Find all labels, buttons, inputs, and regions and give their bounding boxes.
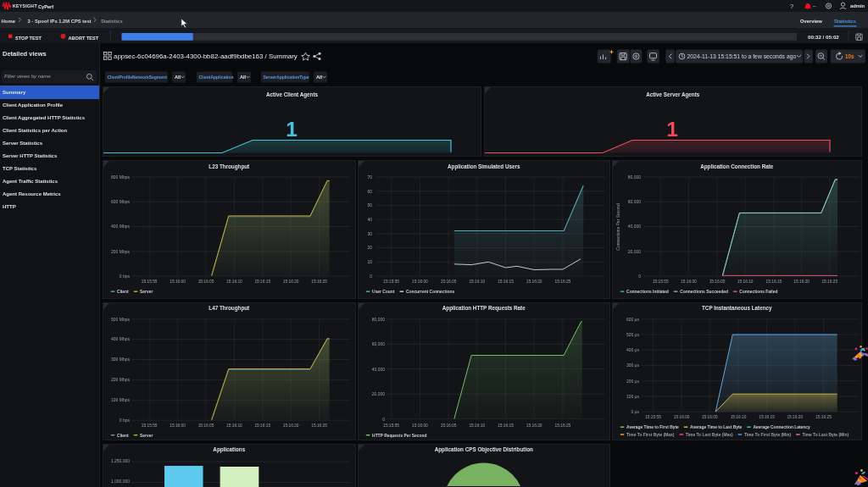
svg-text:15:16:05: 15:16:05 [198, 423, 214, 427]
svg-text:15:16:25: 15:16:25 [555, 279, 571, 284]
svg-text:1,000,000: 1,000,000 [111, 479, 130, 484]
svg-text:15:16:10: 15:16:10 [731, 415, 747, 419]
svg-text:ServerApplicationType: ServerApplicationType [264, 75, 309, 80]
svg-text:0: 0 [638, 274, 641, 279]
svg-text:15:16:10: 15:16:10 [226, 423, 242, 427]
svg-text:15:15:55: 15:15:55 [142, 423, 158, 427]
svg-text:KEYSIGHT: KEYSIGHT [13, 3, 37, 8]
svg-text:User Count: User Count [372, 290, 395, 294]
svg-text:Client: Client [117, 433, 129, 437]
svg-text:60,000: 60,000 [628, 199, 642, 204]
svg-text:All: All [316, 75, 323, 80]
svg-text:00:32 / 05:02: 00:32 / 05:02 [808, 34, 839, 40]
svg-text:15:16:10: 15:16:10 [469, 279, 485, 284]
svg-text:600 µs: 600 µs [626, 316, 640, 321]
svg-text:80,000: 80,000 [628, 174, 642, 180]
svg-text:Connections Initiated: Connections Initiated [626, 290, 669, 294]
svg-text:60,000: 60,000 [372, 341, 386, 346]
svg-text:15:16:05: 15:16:05 [702, 415, 718, 419]
svg-text:3 - Spoof IPs 1.2M CPS test: 3 - Spoof IPs 1.2M CPS test [28, 19, 92, 24]
svg-text:15:16:20: 15:16:20 [283, 279, 299, 284]
svg-text:All: All [240, 75, 247, 80]
svg-text:500 µs: 500 µs [626, 331, 640, 336]
svg-text:60: 60 [367, 189, 372, 194]
svg-text:300 µs: 300 µs [626, 362, 640, 368]
svg-text:20: 20 [367, 245, 372, 250]
svg-text:15:16:25: 15:16:25 [815, 415, 832, 419]
svg-text:20,000: 20,000 [372, 391, 386, 396]
svg-text:30: 30 [367, 231, 372, 236]
svg-text:Statistics: Statistics [101, 19, 123, 24]
svg-text:15:16:15: 15:16:15 [498, 423, 514, 427]
svg-text:–: – [813, 3, 816, 8]
svg-text:STOP TEST: STOP TEST [15, 36, 42, 41]
svg-text:Time To Last Byte (Min): Time To Last Byte (Min) [802, 432, 849, 436]
svg-text:admin: admin [850, 3, 865, 8]
svg-text:15:15:55: 15:15:55 [383, 279, 399, 284]
svg-text:Average Connection Latency: Average Connection Latency [754, 425, 810, 429]
svg-text:ABORT TEST: ABORT TEST [69, 36, 99, 41]
svg-text:ClientProfileNetworkSegment: ClientProfileNetworkSegment [108, 75, 168, 80]
svg-text:15:16:00: 15:16:00 [674, 415, 690, 419]
svg-text:400 Mbps: 400 Mbps [111, 224, 130, 229]
svg-text:80,000: 80,000 [372, 316, 386, 321]
svg-text:200 Mbps: 200 Mbps [111, 377, 130, 382]
svg-text:15:16:20: 15:16:20 [526, 423, 542, 427]
svg-text:Average Time to Last Byte: Average Time to Last Byte [690, 425, 742, 429]
svg-text:0: 0 [382, 416, 385, 421]
svg-text:15:15:55: 15:15:55 [645, 415, 661, 419]
svg-text:15:16:15: 15:16:15 [254, 279, 270, 284]
svg-text:Average Time to First Byte: Average Time to First Byte [626, 425, 679, 429]
svg-text:400 Mbps: 400 Mbps [111, 336, 130, 341]
svg-text:70: 70 [367, 174, 372, 180]
svg-text:15:16:20: 15:16:20 [283, 423, 299, 427]
svg-text:Home: Home [2, 19, 16, 24]
svg-text:10: 10 [367, 259, 372, 264]
svg-text:15:15:55: 15:15:55 [142, 279, 158, 284]
svg-text:15:16:10: 15:16:10 [469, 423, 485, 427]
svg-text:50: 50 [367, 202, 372, 208]
svg-text:0 bps: 0 bps [120, 274, 131, 279]
svg-text:Concurrent Connections: Concurrent Connections [406, 290, 455, 294]
svg-text:1: 1 [286, 118, 298, 141]
svg-text:1: 1 [666, 118, 678, 141]
svg-text:Connections Failed: Connections Failed [739, 290, 777, 294]
svg-text:15:16:25: 15:16:25 [555, 423, 571, 427]
svg-text:ClientApplication: ClientApplication [199, 75, 234, 80]
svg-text:40: 40 [367, 217, 372, 222]
svg-text:15:16:05: 15:16:05 [441, 423, 457, 427]
svg-text:15:16:25: 15:16:25 [311, 279, 327, 284]
svg-text:15:16:05: 15:16:05 [709, 279, 726, 284]
svg-text:15:16:15: 15:16:15 [254, 423, 270, 427]
svg-text:HTTP Requests Per Second: HTTP Requests Per Second [372, 433, 426, 437]
svg-text:15:16:20: 15:16:20 [526, 279, 542, 284]
svg-text:100 µs: 100 µs [626, 393, 640, 398]
svg-text:CyPerf: CyPerf [38, 4, 53, 9]
svg-text:100 Mbps: 100 Mbps [111, 397, 130, 402]
svg-text:500 Mbps: 500 Mbps [111, 316, 130, 321]
svg-text:15:16:10: 15:16:10 [226, 279, 242, 284]
svg-text:Time To First Byte (Min): Time To First Byte (Min) [744, 432, 792, 436]
svg-text:appsec-6c04696a-2403-4300-bb82: appsec-6c04696a-2403-4300-bb82-aadf9bdbe… [114, 53, 298, 60]
svg-text:15:16:20: 15:16:20 [793, 279, 810, 284]
svg-text:15:16:00: 15:16:00 [170, 423, 186, 427]
svg-text:600 Mbps: 600 Mbps [111, 199, 130, 204]
svg-text:15:16:15: 15:16:15 [766, 279, 782, 284]
svg-text:15:16:05: 15:16:05 [441, 279, 457, 284]
svg-text:?: ? [790, 3, 793, 10]
svg-text:Connections Per Second: Connections Per Second [615, 203, 620, 251]
svg-text:15:16:05: 15:16:05 [198, 279, 214, 284]
svg-text:Time To First Byte (Max): Time To First Byte (Max) [626, 432, 675, 436]
svg-text:200 Mbps: 200 Mbps [111, 249, 130, 254]
svg-text:15:15:55: 15:15:55 [383, 423, 399, 427]
svg-text:15:16:00: 15:16:00 [412, 279, 428, 284]
svg-text:15:16:15: 15:16:15 [759, 415, 775, 419]
svg-text:15:16:15: 15:16:15 [498, 279, 514, 284]
svg-text:1,250,000: 1,250,000 [111, 458, 130, 463]
svg-text:15:16:00: 15:16:00 [681, 279, 697, 284]
svg-text:40,000: 40,000 [372, 366, 386, 371]
svg-text:10s: 10s [845, 53, 854, 59]
svg-text:15:16:00: 15:16:00 [170, 279, 186, 284]
svg-text:0 bps: 0 bps [120, 418, 131, 423]
svg-text:200 µs: 200 µs [626, 378, 640, 383]
